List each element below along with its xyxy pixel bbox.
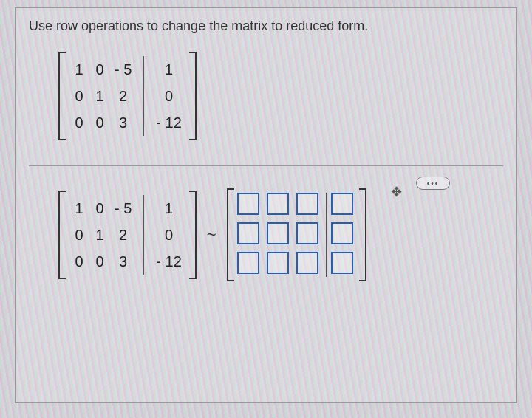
answer-input[interactable] bbox=[296, 252, 318, 274]
augment-divider bbox=[143, 195, 144, 275]
bracket-left bbox=[227, 188, 234, 281]
matrix-cell: 1 bbox=[89, 227, 110, 244]
matrix-cell: 3 bbox=[110, 114, 136, 131]
matrix-cell: - 5 bbox=[110, 61, 136, 78]
move-handle-icon[interactable]: ✥ bbox=[391, 184, 402, 200]
matrix-cell: 0 bbox=[69, 227, 89, 244]
matrix-cell: 2 bbox=[110, 227, 136, 244]
question-prompt: Use row operations to change the matrix … bbox=[29, 18, 503, 34]
matrix-cell: 0 bbox=[151, 227, 185, 244]
matrix-cell: 1 bbox=[89, 88, 110, 105]
answer-input[interactable] bbox=[296, 222, 318, 244]
augment-divider bbox=[143, 56, 144, 136]
answer-input-matrix bbox=[227, 188, 366, 281]
matrix-cell: 1 bbox=[69, 200, 89, 217]
matrix-right-block: 1 0 - 12 bbox=[149, 52, 188, 140]
answer-input[interactable] bbox=[296, 193, 318, 215]
augment-divider bbox=[326, 193, 327, 277]
matrix-right-block: 1 0 - 12 bbox=[149, 191, 188, 279]
answer-input[interactable] bbox=[267, 222, 289, 244]
matrix-cell: 1 bbox=[69, 61, 89, 78]
matrix-cell: 0 bbox=[89, 253, 110, 270]
matrix-cell: 0 bbox=[151, 88, 185, 105]
matrix-cell: 0 bbox=[69, 253, 89, 270]
more-button[interactable]: ••• bbox=[416, 177, 450, 190]
answer-input[interactable] bbox=[331, 252, 353, 274]
question-panel: Use row operations to change the matrix … bbox=[15, 7, 517, 403]
matrix-cell: 0 bbox=[69, 88, 89, 105]
tilde-symbol: ~ bbox=[204, 225, 219, 244]
bracket-left bbox=[58, 191, 66, 279]
matrix-cell: - 5 bbox=[110, 200, 136, 217]
answer-input[interactable] bbox=[267, 193, 289, 215]
matrix-cell: 3 bbox=[110, 253, 136, 270]
answer-input[interactable] bbox=[237, 193, 259, 215]
matrix-cell: 0 bbox=[89, 200, 110, 217]
matrix-cell: 2 bbox=[110, 88, 136, 105]
bracket-right bbox=[189, 191, 197, 279]
bracket-right bbox=[189, 52, 197, 140]
answer-input[interactable] bbox=[267, 252, 289, 274]
answer-input[interactable] bbox=[237, 252, 259, 274]
matrix-cell: 0 bbox=[89, 61, 110, 78]
answer-input-right bbox=[328, 188, 359, 281]
given-matrix: 1 0 - 5 0 1 2 0 0 3 1 0 - 12 bbox=[58, 52, 503, 143]
answer-input[interactable] bbox=[237, 222, 259, 244]
matrix-cell: 1 bbox=[151, 61, 185, 78]
answer-input[interactable] bbox=[331, 193, 353, 215]
matrix-cell: 1 bbox=[151, 200, 185, 217]
matrix-cell: - 12 bbox=[151, 114, 185, 131]
answer-given-matrix: 1 0 - 5 0 1 2 0 0 3 1 0 - 12 bbox=[58, 191, 197, 279]
answer-row: 1 0 - 5 0 1 2 0 0 3 1 0 - 12 ~ bbox=[58, 188, 503, 281]
matrix-cell: - 12 bbox=[151, 253, 185, 270]
bracket-right bbox=[359, 188, 366, 281]
bracket-left bbox=[58, 52, 66, 140]
matrix-left-block: 1 0 - 5 0 1 2 0 0 3 bbox=[66, 52, 139, 140]
matrix-cell: 0 bbox=[89, 114, 110, 131]
answer-input[interactable] bbox=[331, 222, 353, 244]
matrix-cell: 0 bbox=[69, 114, 89, 131]
divider bbox=[29, 165, 503, 166]
matrix-left-block: 1 0 - 5 0 1 2 0 0 3 bbox=[66, 191, 139, 279]
answer-input-left bbox=[234, 188, 324, 281]
